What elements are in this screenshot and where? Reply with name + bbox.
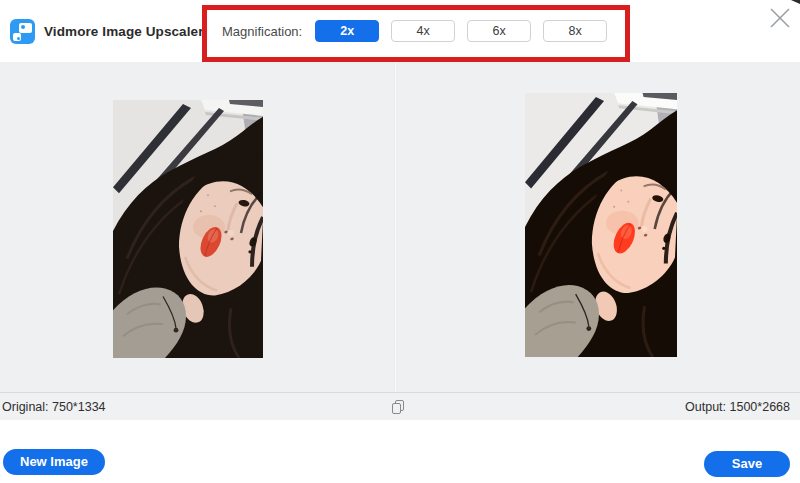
magnification-option-8x[interactable]: 8x xyxy=(543,20,607,42)
compare-icon[interactable] xyxy=(390,399,406,415)
status-bar: Original: 750*1334 Output: 1500*2668 xyxy=(0,392,800,420)
magnification-option-2x[interactable]: 2x xyxy=(315,20,379,42)
output-dimensions: Output: 1500*2668 xyxy=(685,393,790,421)
vidmore-upscaler-window: Vidmore Image Upscaler Magnification: 2x… xyxy=(0,0,800,483)
original-dimensions: Original: 750*1334 xyxy=(2,393,106,421)
brand: Vidmore Image Upscaler xyxy=(10,0,204,62)
upscaled-image xyxy=(525,93,677,357)
magnification-option-4x[interactable]: 4x xyxy=(391,20,455,42)
new-image-button[interactable]: New Image xyxy=(3,449,105,475)
magnification-label: Magnification: xyxy=(222,24,302,39)
header: Vidmore Image Upscaler Magnification: 2x… xyxy=(0,0,800,62)
app-title: Vidmore Image Upscaler xyxy=(44,24,204,39)
panel-divider xyxy=(394,62,397,392)
original-image xyxy=(113,100,263,358)
compare-area xyxy=(0,62,800,392)
magnification-option-6x[interactable]: 6x xyxy=(467,20,531,42)
screen-corner-artifact xyxy=(787,0,800,4)
close-icon[interactable] xyxy=(768,6,792,30)
footer: New Image Save xyxy=(0,420,800,483)
save-button[interactable]: Save xyxy=(704,451,790,477)
magnification-group: Magnification: 2x 4x 6x 8x xyxy=(222,0,619,62)
app-logo-icon xyxy=(10,19,35,44)
